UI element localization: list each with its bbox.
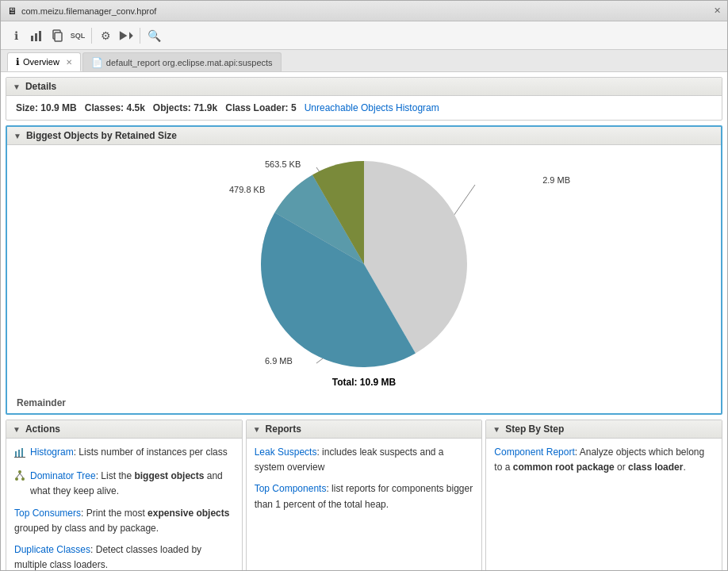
component-report-bold2: class loader (628, 462, 683, 473)
tab-overview[interactable]: ℹ Overview ✕ (7, 52, 81, 71)
tab-report-label: default_report org.eclipse.mat.api:suspe… (106, 58, 273, 67)
dominator-icon (14, 470, 25, 486)
chart-toolbar-icon[interactable] (28, 27, 45, 44)
component-report-post: . (683, 462, 685, 473)
toolbar-separator-2 (140, 28, 140, 44)
info-toolbar-icon[interactable]: ℹ (7, 27, 25, 44)
tab-overview-icon: ℹ (16, 56, 20, 67)
biggest-objects-toggle[interactable]: ▼ (13, 132, 21, 140)
actions-label: Actions (25, 423, 60, 435)
top-consumers-row: Top Consumers: Print the most expensive … (14, 506, 234, 536)
svg-point-15 (18, 470, 21, 473)
settings-toolbar-icon[interactable]: ⚙ (97, 27, 114, 44)
chart-label-479: 479.8 KB (229, 185, 265, 194)
leak-suspects-text: Leak Suspects: includes leak suspects an… (255, 445, 474, 475)
component-report-row: Component Report: Analyze objects which … (494, 445, 714, 475)
histogram-desc: : Lists number of instances per class (74, 446, 228, 458)
top-components-row: Top Components: list reports for compone… (255, 481, 474, 512)
chart-total: Total: 10.9 MB (332, 377, 396, 388)
actions-body: Histogram: Lists number of instances per… (6, 439, 242, 570)
classloader-label: Class Loader: (225, 102, 288, 113)
toolbar: ℹ SQL ⚙ 🔍 (1, 21, 727, 50)
details-toggle[interactable]: ▼ (13, 82, 21, 91)
dominator-desc-bold: biggest objects (134, 470, 204, 481)
top-components-link[interactable]: Top Components (255, 483, 327, 494)
main-window: 🖥 com.meizu.filemanager_conv.hprof ✕ ℹ S… (0, 0, 728, 571)
objects-label: Objects: (153, 102, 191, 113)
classes-label: Classes: (85, 102, 124, 113)
top-components-text: Top Components: list reports for compone… (255, 481, 474, 512)
svg-line-17 (20, 473, 23, 477)
duplicate-classes-row: Duplicate Classes: Detect classes loaded… (14, 542, 234, 570)
svg-rect-11 (15, 451, 17, 457)
chart-container: 563.5 KB 479.8 KB 2.9 MB 6.9 MB (23, 153, 705, 375)
step-by-step-section: ▼ Step By Step Component Report: Analyze… (485, 420, 722, 570)
component-report-link[interactable]: Component Report (494, 446, 574, 458)
title-bar: 🖥 com.meizu.filemanager_conv.hprof ✕ (1, 1, 727, 21)
top-consumers-desc-bold: expensive objects (148, 508, 229, 519)
classloader-value: 5 (291, 102, 297, 113)
details-section-label: Details (25, 81, 56, 92)
duplicate-classes-text: Duplicate Classes: Detect classes loaded… (14, 542, 234, 570)
svg-marker-5 (120, 31, 127, 40)
reports-header: ▼ Reports (247, 420, 482, 439)
tab-overview-close[interactable]: ✕ (66, 58, 72, 67)
run-toolbar-icon[interactable] (117, 27, 135, 44)
top-consumers-link[interactable]: Top Consumers (14, 508, 81, 519)
component-report-bold1: common root package (513, 462, 615, 473)
content-area: ▼ Details Size: 10.9 MB Classes: 4.5k Ob… (1, 72, 727, 570)
step-by-step-toggle[interactable]: ▼ (492, 425, 500, 434)
tab-report-icon: 📄 (91, 57, 103, 68)
biggest-objects-section: ▼ Biggest Objects by Retained Size 563.5… (6, 125, 722, 415)
tab-overview-label: Overview (23, 57, 59, 67)
search-toolbar-icon[interactable]: 🔍 (145, 27, 163, 44)
biggest-objects-header: ▼ Biggest Objects by Retained Size (7, 127, 721, 145)
remainder-label: Remainder (7, 396, 721, 413)
leak-suspects-link[interactable]: Leak Suspects (255, 446, 317, 458)
details-row: Size: 10.9 MB Classes: 4.5k Objects: 71.… (16, 102, 712, 113)
svg-rect-1 (35, 33, 37, 41)
histogram-row: Histogram: Lists number of instances per… (14, 445, 234, 462)
classes-value: 4.5k (126, 102, 144, 113)
svg-line-16 (17, 473, 20, 477)
tab-default-report[interactable]: 📄 default_report org.eclipse.mat.api:sus… (82, 52, 282, 71)
dominator-desc-pre: : List the (96, 470, 135, 481)
histogram-link[interactable]: Histogram (30, 446, 74, 458)
actions-toggle[interactable]: ▼ (13, 425, 21, 434)
details-section-body: Size: 10.9 MB Classes: 4.5k Objects: 71.… (6, 96, 722, 120)
component-report-text: Component Report: Analyze objects which … (494, 445, 714, 475)
toolbar-separator-1 (91, 28, 92, 44)
dominator-text: Dominator Tree: List the biggest objects… (30, 469, 234, 499)
duplicate-classes-link[interactable]: Duplicate Classes (14, 544, 90, 555)
sql-toolbar-icon[interactable]: SQL (69, 27, 86, 44)
reports-toggle[interactable]: ▼ (253, 425, 261, 434)
histogram-icon (14, 446, 25, 462)
window-close-button[interactable]: ✕ (714, 6, 721, 16)
component-report-mid: or (615, 462, 628, 473)
svg-rect-4 (55, 33, 62, 41)
top-consumers-desc-pre: : Print the most (81, 508, 148, 519)
chart-label-29: 2.9 MB (542, 175, 570, 185)
actions-header: ▼ Actions (6, 420, 242, 439)
unreachable-objects-link[interactable]: Unreachable Objects Histogram (305, 102, 439, 113)
three-col-container: ▼ Actions Histogram: Lists number of ins… (6, 420, 722, 570)
top-consumers-desc-post: grouped by class and by package. (14, 523, 159, 534)
step-by-step-header: ▼ Step By Step (486, 420, 722, 439)
objects-value: 71.9k (193, 102, 217, 113)
chart-body: 563.5 KB 479.8 KB 2.9 MB 6.9 MB (7, 145, 721, 396)
svg-rect-0 (31, 36, 33, 41)
copy-toolbar-icon[interactable] (48, 27, 66, 44)
leak-suspects-row: Leak Suspects: includes leak suspects an… (255, 445, 474, 475)
size-label: Size: (16, 102, 38, 113)
svg-rect-2 (39, 31, 41, 41)
histogram-text: Histogram: Lists number of instances per… (30, 445, 228, 460)
reports-section: ▼ Reports Leak Suspects: includes leak s… (246, 420, 483, 570)
svg-rect-14 (14, 457, 25, 458)
details-section-header: ▼ Details (6, 78, 722, 96)
tab-bar: ℹ Overview ✕ 📄 default_report org.eclips… (1, 50, 727, 72)
step-by-step-body: Component Report: Analyze objects which … (486, 439, 722, 488)
dominator-link[interactable]: Dominator Tree (30, 470, 96, 481)
biggest-objects-label: Biggest Objects by Retained Size (26, 130, 177, 141)
svg-rect-13 (21, 448, 23, 457)
svg-point-18 (15, 477, 18, 481)
